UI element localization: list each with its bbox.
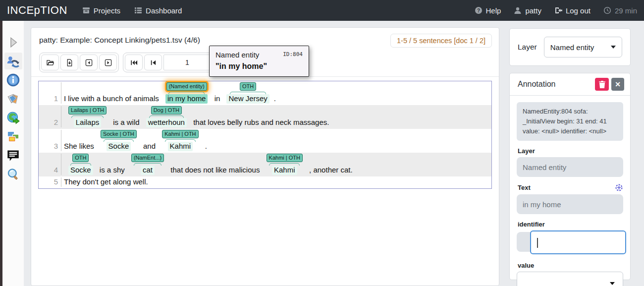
tagsets-button[interactable] bbox=[4, 90, 22, 107]
curation-sync-button[interactable] bbox=[4, 53, 22, 69]
annotation-label[interactable]: Lailaps | OTH bbox=[68, 106, 107, 114]
annotated-text[interactable]: cat bbox=[141, 166, 155, 175]
annotation-label[interactable]: Kahmi | OTH bbox=[162, 130, 198, 138]
identifier-field bbox=[517, 230, 623, 255]
chevron-down-icon bbox=[611, 46, 616, 49]
dashboard-icon bbox=[134, 6, 142, 14]
annotated-text[interactable]: wetterhoun bbox=[146, 118, 187, 127]
text-field-label-text: Text bbox=[518, 184, 531, 191]
info-button[interactable] bbox=[4, 71, 22, 88]
sentence-text[interactable]: , another cat. bbox=[307, 166, 353, 175]
tooltip-covered-text: "in my home" bbox=[215, 62, 303, 71]
nav-projects-label: Projects bbox=[94, 6, 120, 15]
annotation-span[interactable]: Dog | OTHwetterhoun bbox=[146, 106, 187, 127]
sentence-text[interactable]: . bbox=[274, 94, 276, 104]
annotation-label[interactable]: OTH bbox=[240, 82, 256, 91]
crosshair-icon[interactable] bbox=[615, 183, 623, 192]
comment-button[interactable] bbox=[4, 147, 22, 164]
annotated-text[interactable]: Lailaps bbox=[74, 118, 102, 127]
close-icon: ✕ bbox=[615, 80, 621, 88]
page-number-input[interactable] bbox=[163, 55, 211, 70]
export-button[interactable] bbox=[4, 109, 22, 126]
first-page-button[interactable] bbox=[125, 55, 143, 70]
user-menu[interactable]: patty bbox=[514, 6, 541, 15]
sentence-text[interactable]: in bbox=[212, 94, 222, 104]
nav-projects[interactable]: Projects bbox=[82, 6, 120, 15]
sentence-content: Lailaps | OTHLailaps is a wild Dog | OTH… bbox=[61, 106, 329, 127]
logout-icon bbox=[554, 6, 562, 14]
sentence-pagination: 1-5 / 5 sentences [doc 1 / 2] bbox=[390, 34, 492, 48]
sentence-text[interactable]: is a wild bbox=[111, 118, 142, 127]
annotation-span[interactable]: Kahmi | OTHKahmi bbox=[267, 154, 303, 175]
app-logo[interactable]: INCEpTION bbox=[0, 4, 75, 17]
sentence-text[interactable]: I live with a bunch of animals bbox=[64, 94, 161, 104]
nav-dashboard[interactable]: Dashboard bbox=[134, 6, 182, 15]
layer-field-value: Named entity bbox=[517, 157, 623, 177]
collapse-sidebar-button[interactable] bbox=[4, 34, 22, 51]
sentence-row: 4OTHSocke is a shy (NamEnt...)cat that d… bbox=[39, 153, 491, 176]
annotation-label[interactable]: (Named entity) bbox=[166, 82, 207, 91]
sentence-text[interactable]: that does not like malicious bbox=[168, 166, 262, 175]
next-document-button[interactable] bbox=[99, 55, 117, 70]
annotated-text[interactable]: in my home bbox=[165, 94, 208, 104]
username-label: patty bbox=[525, 6, 541, 15]
annotation-label[interactable]: Socke | OTH bbox=[101, 130, 137, 138]
annotation-label[interactable]: OTH bbox=[72, 154, 89, 162]
annotation-span[interactable]: Lailaps | OTHLailaps bbox=[68, 106, 107, 127]
tooltip-layer-name: Named entity bbox=[215, 51, 259, 59]
sentence-text[interactable]: . bbox=[203, 142, 207, 151]
annotated-text[interactable]: Kahmi bbox=[272, 166, 297, 175]
annotation-span[interactable]: (NamEnt...)cat bbox=[131, 154, 164, 175]
help-link[interactable]: ? Help bbox=[475, 6, 501, 15]
help-label: Help bbox=[486, 6, 501, 15]
annotation-info-box: NamedEntity:804 sofa: _InitialView begin… bbox=[517, 102, 623, 141]
export-globe-icon bbox=[6, 111, 20, 124]
comment-icon bbox=[6, 149, 20, 162]
annotation-span[interactable]: OTHSocke bbox=[68, 154, 93, 175]
search-button[interactable] bbox=[4, 166, 22, 182]
sentence-text[interactable]: and bbox=[141, 142, 158, 151]
annotation-label[interactable]: Dog | OTH bbox=[151, 106, 182, 114]
annotation-editor[interactable]: 1I live with a bunch of animals (Named e… bbox=[38, 81, 492, 189]
annotated-text[interactable]: Socke bbox=[68, 166, 93, 175]
prev-page-button[interactable] bbox=[144, 55, 162, 70]
info-icon bbox=[6, 73, 20, 87]
sentence-text[interactable]: She likes bbox=[64, 142, 96, 151]
prev-document-button[interactable] bbox=[80, 55, 98, 70]
annotation-span[interactable]: OTHNew Jersey bbox=[226, 82, 269, 104]
close-annotation-button[interactable]: ✕ bbox=[611, 78, 624, 91]
sentence-text[interactable]: They don't get along well. bbox=[64, 177, 148, 187]
sentence-content: I live with a bunch of animals (Named en… bbox=[61, 82, 276, 104]
annotation-span[interactable]: (Named entity)in my home bbox=[165, 82, 208, 104]
images-button[interactable] bbox=[4, 128, 22, 145]
annotation-span[interactable]: Socke | OTHSocke bbox=[101, 130, 137, 151]
open-document-button[interactable] bbox=[41, 55, 59, 70]
export-file-button[interactable] bbox=[60, 55, 78, 70]
annotation-label[interactable]: (NamEnt...) bbox=[131, 154, 164, 162]
sentence-text[interactable]: that loves belly rubs and neck massages. bbox=[191, 118, 329, 127]
top-bar: INCEpTION Projects Dashboard ? Help patt… bbox=[0, 0, 644, 21]
sentence-text[interactable]: is a shy bbox=[98, 166, 127, 175]
delete-annotation-button[interactable] bbox=[595, 78, 609, 91]
projects-icon bbox=[82, 6, 90, 14]
annotated-text[interactable]: New Jersey bbox=[226, 94, 269, 104]
annotated-text[interactable]: Kahmi bbox=[168, 142, 193, 151]
annotation-tooltip: Named entity ID:804 "in my home" bbox=[209, 46, 309, 77]
annotated-text[interactable]: Socke bbox=[107, 142, 131, 151]
identifier-input[interactable] bbox=[530, 230, 626, 254]
logout-label: Log out bbox=[566, 6, 590, 15]
line-number: 1 bbox=[39, 82, 61, 104]
sentence-content: OTHSocke is a shy (NamEnt...)cat that do… bbox=[61, 154, 353, 175]
annotation-label[interactable]: Kahmi | OTH bbox=[267, 154, 303, 162]
annotation-detail-panel: Annotation ✕ NamedEntity:804 sofa: _Init… bbox=[509, 73, 631, 280]
line-number: 3 bbox=[39, 130, 61, 151]
value-select-dropdown[interactable] bbox=[517, 272, 623, 286]
chevron-down-icon bbox=[610, 282, 615, 285]
annotation-span[interactable]: Kahmi | OTHKahmi bbox=[162, 130, 198, 151]
annotation-panel-header: Annotation ✕ bbox=[510, 73, 630, 96]
logout-link[interactable]: Log out bbox=[554, 6, 590, 15]
layer-select-dropdown[interactable]: Named entity bbox=[544, 37, 622, 57]
session-timer: 29 min bbox=[603, 6, 637, 15]
curation-sync-icon bbox=[6, 55, 20, 68]
text-field-value: in my home bbox=[517, 194, 623, 214]
